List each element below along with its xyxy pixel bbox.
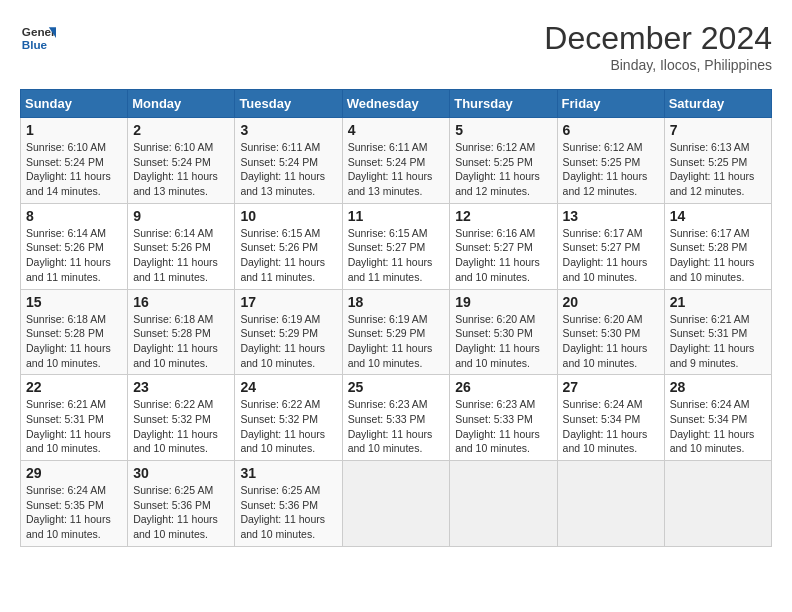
day-info: Sunrise: 6:10 AMSunset: 5:24 PMDaylight:… xyxy=(133,140,229,199)
day-number: 15 xyxy=(26,294,122,310)
day-number: 22 xyxy=(26,379,122,395)
calendar-header-sunday: Sunday xyxy=(21,90,128,118)
calendar-day-8: 8Sunrise: 6:14 AMSunset: 5:26 PMDaylight… xyxy=(21,203,128,289)
day-number: 23 xyxy=(133,379,229,395)
calendar-header-tuesday: Tuesday xyxy=(235,90,342,118)
calendar-day-3: 3Sunrise: 6:11 AMSunset: 5:24 PMDaylight… xyxy=(235,118,342,204)
calendar-day-11: 11Sunrise: 6:15 AMSunset: 5:27 PMDayligh… xyxy=(342,203,450,289)
day-number: 12 xyxy=(455,208,551,224)
calendar-day-empty-4-4 xyxy=(450,461,557,547)
day-number: 8 xyxy=(26,208,122,224)
calendar-week-5: 29Sunrise: 6:24 AMSunset: 5:35 PMDayligh… xyxy=(21,461,772,547)
calendar-week-1: 1Sunrise: 6:10 AMSunset: 5:24 PMDaylight… xyxy=(21,118,772,204)
day-info: Sunrise: 6:14 AMSunset: 5:26 PMDaylight:… xyxy=(133,226,229,285)
day-info: Sunrise: 6:23 AMSunset: 5:33 PMDaylight:… xyxy=(455,397,551,456)
calendar-day-31: 31Sunrise: 6:25 AMSunset: 5:36 PMDayligh… xyxy=(235,461,342,547)
calendar-day-13: 13Sunrise: 6:17 AMSunset: 5:27 PMDayligh… xyxy=(557,203,664,289)
day-number: 3 xyxy=(240,122,336,138)
title-block: December 2024 Binday, Ilocos, Philippine… xyxy=(544,20,772,73)
day-number: 28 xyxy=(670,379,766,395)
day-info: Sunrise: 6:18 AMSunset: 5:28 PMDaylight:… xyxy=(26,312,122,371)
calendar-day-23: 23Sunrise: 6:22 AMSunset: 5:32 PMDayligh… xyxy=(128,375,235,461)
day-info: Sunrise: 6:23 AMSunset: 5:33 PMDaylight:… xyxy=(348,397,445,456)
calendar-day-22: 22Sunrise: 6:21 AMSunset: 5:31 PMDayligh… xyxy=(21,375,128,461)
calendar-day-18: 18Sunrise: 6:19 AMSunset: 5:29 PMDayligh… xyxy=(342,289,450,375)
day-number: 18 xyxy=(348,294,445,310)
day-number: 17 xyxy=(240,294,336,310)
day-number: 25 xyxy=(348,379,445,395)
logo: General Blue xyxy=(20,20,56,56)
day-info: Sunrise: 6:12 AMSunset: 5:25 PMDaylight:… xyxy=(455,140,551,199)
day-number: 20 xyxy=(563,294,659,310)
calendar-day-4: 4Sunrise: 6:11 AMSunset: 5:24 PMDaylight… xyxy=(342,118,450,204)
calendar-day-29: 29Sunrise: 6:24 AMSunset: 5:35 PMDayligh… xyxy=(21,461,128,547)
day-number: 10 xyxy=(240,208,336,224)
day-info: Sunrise: 6:15 AMSunset: 5:26 PMDaylight:… xyxy=(240,226,336,285)
calendar-day-9: 9Sunrise: 6:14 AMSunset: 5:26 PMDaylight… xyxy=(128,203,235,289)
calendar-week-4: 22Sunrise: 6:21 AMSunset: 5:31 PMDayligh… xyxy=(21,375,772,461)
calendar-header-saturday: Saturday xyxy=(664,90,771,118)
day-info: Sunrise: 6:25 AMSunset: 5:36 PMDaylight:… xyxy=(240,483,336,542)
day-number: 24 xyxy=(240,379,336,395)
day-info: Sunrise: 6:18 AMSunset: 5:28 PMDaylight:… xyxy=(133,312,229,371)
day-info: Sunrise: 6:15 AMSunset: 5:27 PMDaylight:… xyxy=(348,226,445,285)
day-number: 6 xyxy=(563,122,659,138)
day-info: Sunrise: 6:25 AMSunset: 5:36 PMDaylight:… xyxy=(133,483,229,542)
svg-text:General: General xyxy=(22,25,56,38)
day-info: Sunrise: 6:13 AMSunset: 5:25 PMDaylight:… xyxy=(670,140,766,199)
day-number: 21 xyxy=(670,294,766,310)
calendar-day-19: 19Sunrise: 6:20 AMSunset: 5:30 PMDayligh… xyxy=(450,289,557,375)
day-info: Sunrise: 6:20 AMSunset: 5:30 PMDaylight:… xyxy=(563,312,659,371)
day-info: Sunrise: 6:24 AMSunset: 5:34 PMDaylight:… xyxy=(670,397,766,456)
day-number: 16 xyxy=(133,294,229,310)
day-number: 26 xyxy=(455,379,551,395)
calendar-day-10: 10Sunrise: 6:15 AMSunset: 5:26 PMDayligh… xyxy=(235,203,342,289)
calendar-day-empty-4-6 xyxy=(664,461,771,547)
day-number: 5 xyxy=(455,122,551,138)
calendar-header-monday: Monday xyxy=(128,90,235,118)
month-title: December 2024 xyxy=(544,20,772,57)
day-info: Sunrise: 6:14 AMSunset: 5:26 PMDaylight:… xyxy=(26,226,122,285)
day-info: Sunrise: 6:22 AMSunset: 5:32 PMDaylight:… xyxy=(133,397,229,456)
calendar-day-12: 12Sunrise: 6:16 AMSunset: 5:27 PMDayligh… xyxy=(450,203,557,289)
day-number: 4 xyxy=(348,122,445,138)
day-info: Sunrise: 6:21 AMSunset: 5:31 PMDaylight:… xyxy=(670,312,766,371)
day-number: 27 xyxy=(563,379,659,395)
calendar-table: SundayMondayTuesdayWednesdayThursdayFrid… xyxy=(20,89,772,547)
calendar-day-24: 24Sunrise: 6:22 AMSunset: 5:32 PMDayligh… xyxy=(235,375,342,461)
calendar-week-2: 8Sunrise: 6:14 AMSunset: 5:26 PMDaylight… xyxy=(21,203,772,289)
day-number: 14 xyxy=(670,208,766,224)
day-info: Sunrise: 6:20 AMSunset: 5:30 PMDaylight:… xyxy=(455,312,551,371)
day-info: Sunrise: 6:19 AMSunset: 5:29 PMDaylight:… xyxy=(348,312,445,371)
page-header: General Blue December 2024 Binday, Iloco… xyxy=(20,20,772,73)
logo-icon: General Blue xyxy=(20,20,56,56)
day-info: Sunrise: 6:16 AMSunset: 5:27 PMDaylight:… xyxy=(455,226,551,285)
calendar-week-3: 15Sunrise: 6:18 AMSunset: 5:28 PMDayligh… xyxy=(21,289,772,375)
calendar-day-28: 28Sunrise: 6:24 AMSunset: 5:34 PMDayligh… xyxy=(664,375,771,461)
calendar-header-wednesday: Wednesday xyxy=(342,90,450,118)
calendar-day-empty-4-3 xyxy=(342,461,450,547)
day-info: Sunrise: 6:11 AMSunset: 5:24 PMDaylight:… xyxy=(240,140,336,199)
day-info: Sunrise: 6:17 AMSunset: 5:27 PMDaylight:… xyxy=(563,226,659,285)
calendar-header-thursday: Thursday xyxy=(450,90,557,118)
day-info: Sunrise: 6:24 AMSunset: 5:35 PMDaylight:… xyxy=(26,483,122,542)
calendar-day-2: 2Sunrise: 6:10 AMSunset: 5:24 PMDaylight… xyxy=(128,118,235,204)
calendar-day-14: 14Sunrise: 6:17 AMSunset: 5:28 PMDayligh… xyxy=(664,203,771,289)
calendar-day-20: 20Sunrise: 6:20 AMSunset: 5:30 PMDayligh… xyxy=(557,289,664,375)
calendar-day-27: 27Sunrise: 6:24 AMSunset: 5:34 PMDayligh… xyxy=(557,375,664,461)
calendar-day-empty-4-5 xyxy=(557,461,664,547)
day-info: Sunrise: 6:11 AMSunset: 5:24 PMDaylight:… xyxy=(348,140,445,199)
calendar-day-5: 5Sunrise: 6:12 AMSunset: 5:25 PMDaylight… xyxy=(450,118,557,204)
calendar-day-7: 7Sunrise: 6:13 AMSunset: 5:25 PMDaylight… xyxy=(664,118,771,204)
day-info: Sunrise: 6:24 AMSunset: 5:34 PMDaylight:… xyxy=(563,397,659,456)
day-number: 13 xyxy=(563,208,659,224)
location: Binday, Ilocos, Philippines xyxy=(544,57,772,73)
day-number: 31 xyxy=(240,465,336,481)
day-number: 9 xyxy=(133,208,229,224)
calendar-header-row: SundayMondayTuesdayWednesdayThursdayFrid… xyxy=(21,90,772,118)
day-info: Sunrise: 6:19 AMSunset: 5:29 PMDaylight:… xyxy=(240,312,336,371)
calendar-day-17: 17Sunrise: 6:19 AMSunset: 5:29 PMDayligh… xyxy=(235,289,342,375)
day-info: Sunrise: 6:21 AMSunset: 5:31 PMDaylight:… xyxy=(26,397,122,456)
calendar-day-30: 30Sunrise: 6:25 AMSunset: 5:36 PMDayligh… xyxy=(128,461,235,547)
calendar-day-6: 6Sunrise: 6:12 AMSunset: 5:25 PMDaylight… xyxy=(557,118,664,204)
